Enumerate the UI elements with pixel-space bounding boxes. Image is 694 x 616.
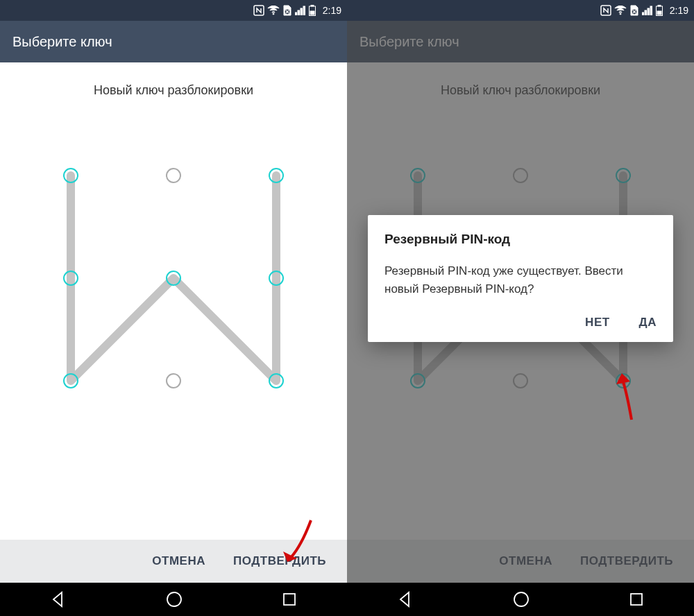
svg-rect-4 xyxy=(298,10,300,15)
dialog-no-button[interactable]: НЕТ xyxy=(585,316,610,330)
recent-apps-icon[interactable] xyxy=(281,591,298,608)
signal-icon xyxy=(295,6,306,15)
signal-icon xyxy=(642,6,653,15)
nav-bar xyxy=(347,583,694,616)
status-icons xyxy=(253,5,316,16)
svg-rect-3 xyxy=(295,12,297,15)
pattern-dots xyxy=(56,160,291,396)
svg-rect-9 xyxy=(310,11,314,15)
pattern-dot[interactable] xyxy=(63,168,78,183)
svg-rect-18 xyxy=(650,6,652,15)
svg-rect-6 xyxy=(303,6,305,15)
svg-point-22 xyxy=(514,592,528,606)
bottom-action-bar: ОТМЕНА ПОДТВЕРДИТЬ xyxy=(0,540,347,583)
nfc-icon xyxy=(600,5,611,16)
clock: 2:19 xyxy=(670,5,688,16)
dialog-actions: НЕТ ДА xyxy=(384,316,657,330)
sim-error-icon xyxy=(629,5,639,16)
subtitle: Новый ключ разблокировки xyxy=(94,83,253,98)
phone-screen-1: 2:19 Выберите ключ Новый ключ разблокиро… xyxy=(0,0,347,616)
svg-rect-23 xyxy=(631,594,642,605)
phone-screen-2: 2:19 Выберите ключ Новый ключ разблокиро… xyxy=(347,0,694,616)
status-bar: 2:19 xyxy=(0,0,347,21)
backup-pin-dialog: Резервный PIN-код Резервный PIN-код уже … xyxy=(368,215,673,342)
svg-rect-21 xyxy=(657,11,661,15)
pattern-dot[interactable] xyxy=(269,373,284,388)
home-icon[interactable] xyxy=(165,590,183,608)
pattern-dot[interactable] xyxy=(166,373,181,388)
app-header: Выберите ключ xyxy=(0,21,347,62)
svg-point-1 xyxy=(273,13,274,15)
confirm-button[interactable]: ПОДТВЕРДИТЬ xyxy=(233,554,326,568)
pattern-dot[interactable] xyxy=(63,373,78,388)
svg-rect-17 xyxy=(648,8,650,15)
pattern-dot[interactable] xyxy=(166,271,181,286)
header-title: Выберите ключ xyxy=(12,34,112,50)
status-icons xyxy=(600,5,663,16)
wifi-icon xyxy=(614,6,627,15)
pattern-dot[interactable] xyxy=(269,168,284,183)
battery-icon xyxy=(656,5,663,16)
pattern-dot[interactable] xyxy=(269,271,284,286)
dialog-body: Резервный PIN-код уже существует. Ввести… xyxy=(384,262,657,298)
pattern-dot[interactable] xyxy=(63,271,78,286)
battery-icon xyxy=(309,5,316,16)
home-icon[interactable] xyxy=(512,590,530,608)
svg-point-13 xyxy=(620,13,621,15)
cancel-button[interactable]: ОТМЕНА xyxy=(152,554,205,568)
svg-rect-16 xyxy=(645,10,647,15)
recent-apps-icon[interactable] xyxy=(628,591,645,608)
dialog-title: Резервный PIN-код xyxy=(384,232,657,247)
dialog-yes-button[interactable]: ДА xyxy=(639,316,657,330)
status-bar: 2:19 xyxy=(347,0,694,21)
svg-rect-15 xyxy=(642,12,644,15)
back-icon[interactable] xyxy=(396,590,414,608)
sim-error-icon xyxy=(282,5,292,16)
svg-rect-11 xyxy=(284,594,295,605)
svg-rect-5 xyxy=(301,8,303,15)
back-icon[interactable] xyxy=(49,590,67,608)
content-area: Новый ключ разблокировки xyxy=(0,62,347,540)
nav-bar xyxy=(0,583,347,616)
wifi-icon xyxy=(267,6,280,15)
pattern-dot[interactable] xyxy=(166,168,181,183)
nfc-icon xyxy=(253,5,264,16)
clock: 2:19 xyxy=(323,5,341,16)
svg-point-10 xyxy=(167,592,181,606)
pattern-lock[interactable] xyxy=(56,160,291,396)
